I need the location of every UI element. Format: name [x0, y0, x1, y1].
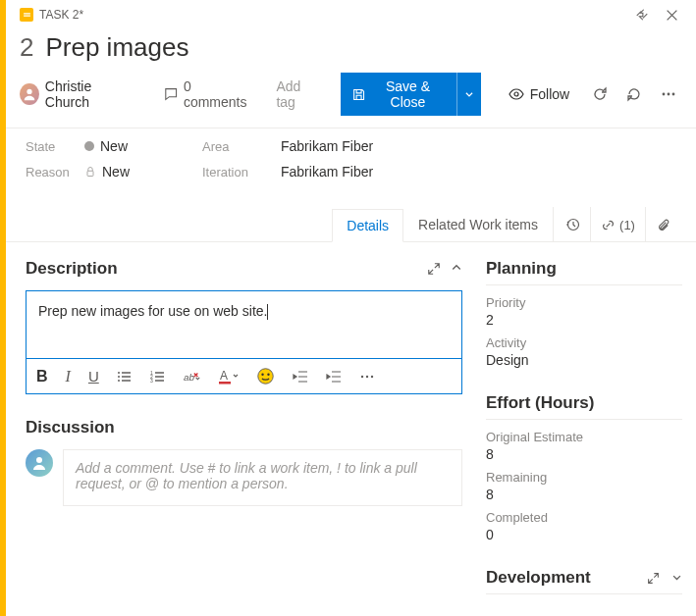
bold-button[interactable]: B	[36, 368, 48, 385]
emoji-icon	[256, 367, 275, 385]
bulleted-list-icon	[117, 369, 133, 385]
svg-rect-5	[87, 171, 93, 176]
decrease-indent-button[interactable]	[293, 369, 308, 385]
increase-indent-button[interactable]	[326, 369, 342, 385]
comments-button[interactable]: 0 comments	[154, 75, 261, 114]
revert-button[interactable]	[619, 79, 648, 109]
svg-point-9	[118, 380, 120, 382]
state-field[interactable]: New	[84, 138, 202, 154]
priority-label: Priority	[486, 295, 682, 310]
reason-field[interactable]: New	[84, 164, 202, 180]
iteration-field[interactable]: Fabrikam Fiber	[281, 164, 682, 180]
area-value: Fabrikam Fiber	[281, 138, 373, 154]
tab-related-work-items[interactable]: Related Work items	[403, 208, 553, 241]
remaining-label: Remaining	[486, 470, 682, 485]
chevron-down-icon	[464, 89, 474, 99]
avatar	[20, 83, 39, 105]
discussion-heading: Discussion	[26, 418, 462, 437]
remaining-field[interactable]: 8	[486, 487, 682, 502]
ellipsis-icon	[661, 86, 676, 102]
work-item-title[interactable]: Prep images	[45, 32, 188, 63]
divider	[486, 593, 682, 594]
tab-details[interactable]: Details	[332, 209, 403, 242]
numbered-list-icon: 123	[150, 369, 166, 385]
more-actions-button[interactable]	[654, 79, 682, 109]
activity-label: Activity	[486, 335, 682, 350]
type-color-bar	[0, 0, 6, 616]
work-item-type-label: TASK 2*	[39, 8, 83, 22]
underline-button[interactable]: U	[88, 368, 99, 385]
svg-point-3	[667, 93, 669, 96]
reason-value: New	[102, 164, 130, 180]
svg-point-0	[27, 89, 31, 94]
assignee-picker[interactable]: Christie Church	[20, 77, 138, 112]
clear-format-icon: ab	[184, 369, 201, 385]
svg-point-19	[361, 375, 363, 377]
collapse-icon[interactable]	[627, 3, 657, 26]
svg-text:3: 3	[150, 378, 153, 384]
expand-icon[interactable]	[427, 262, 441, 276]
comment-input[interactable]: Add a comment. Use # to link a work item…	[63, 449, 462, 506]
indent-icon	[326, 369, 342, 385]
close-icon[interactable]	[657, 3, 686, 26]
tab-attachments[interactable]	[645, 207, 682, 242]
save-icon	[352, 87, 365, 102]
history-icon	[564, 217, 580, 232]
attachment-icon	[657, 218, 671, 232]
tabs-bar: Details Related Work items (1)	[6, 189, 696, 242]
tab-history[interactable]	[553, 207, 590, 242]
clear-formatting-button[interactable]: ab	[184, 369, 201, 385]
refresh-button[interactable]	[585, 79, 614, 109]
font-color-button[interactable]: A	[219, 369, 239, 385]
links-count: (1)	[619, 218, 635, 232]
svg-point-16	[258, 369, 273, 384]
toolbar: Christie Church 0 comments Add tag Save …	[6, 73, 696, 128]
meta-row-reason: Reason New Iteration Fabrikam Fiber	[6, 158, 696, 189]
svg-rect-15	[219, 382, 231, 385]
completed-label: Completed	[486, 510, 682, 525]
tab-links[interactable]: (1)	[590, 207, 645, 242]
completed-field[interactable]: 0	[486, 527, 682, 542]
priority-field[interactable]: 2	[486, 312, 682, 328]
work-item-header: 2 Prep images	[6, 26, 696, 73]
chevron-up-icon[interactable]	[451, 262, 462, 276]
window-titlebar: TASK 2*	[6, 0, 696, 26]
chevron-down-icon[interactable]	[671, 572, 682, 585]
svg-point-17	[261, 374, 263, 376]
description-editor[interactable]: Prep new images for use on web site.	[26, 290, 462, 359]
iteration-label: Iteration	[202, 165, 281, 180]
expand-icon[interactable]	[647, 572, 660, 585]
divider	[486, 419, 682, 420]
state-value: New	[100, 138, 128, 154]
numbered-list-button[interactable]: 123	[150, 369, 166, 385]
outdent-icon	[293, 369, 308, 385]
eye-icon	[509, 86, 524, 102]
task-type-icon	[20, 8, 33, 22]
description-heading: Description	[26, 259, 118, 279]
area-label: Area	[202, 139, 281, 154]
original-estimate-label: Original Estimate	[486, 430, 682, 444]
svg-point-20	[366, 375, 368, 377]
follow-button[interactable]: Follow	[499, 82, 579, 106]
area-field[interactable]: Fabrikam Fiber	[281, 138, 682, 154]
planning-heading: Planning	[486, 259, 682, 279]
bulleted-list-button[interactable]	[117, 369, 133, 385]
emoji-button[interactable]	[256, 367, 275, 385]
iteration-value: Fabrikam Fiber	[281, 164, 373, 180]
lock-icon	[84, 166, 96, 178]
add-tag-button[interactable]: Add tag	[266, 75, 329, 114]
svg-point-21	[371, 375, 373, 377]
description-text: Prep new images for use on web site.	[38, 303, 267, 319]
original-estimate-field[interactable]: 8	[486, 446, 682, 462]
state-dot-icon	[84, 141, 94, 151]
divider	[486, 284, 682, 285]
svg-text:A: A	[220, 369, 228, 383]
italic-button[interactable]: I	[66, 368, 71, 385]
reason-label: Reason	[26, 165, 84, 180]
current-user-avatar	[26, 449, 53, 477]
save-dropdown-button[interactable]	[456, 73, 481, 116]
state-label: State	[26, 139, 84, 154]
save-and-close-button[interactable]: Save & Close	[341, 73, 456, 116]
more-formatting-button[interactable]	[359, 369, 375, 385]
activity-field[interactable]: Design	[486, 352, 682, 368]
